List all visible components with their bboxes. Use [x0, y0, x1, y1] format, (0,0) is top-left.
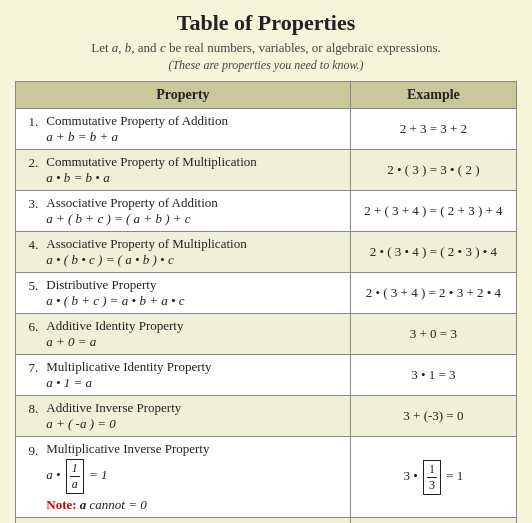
table-row: 1. Commutative Property of Addition a + …	[16, 109, 517, 150]
property-formula: a + 0 = a	[46, 334, 344, 350]
property-formula: a • 1 = a	[46, 375, 344, 391]
example-fraction-denominator: 3	[427, 478, 437, 493]
row-number: 7.	[16, 355, 41, 396]
property-cell: Additive Identity Property a + 0 = a	[40, 314, 350, 355]
note: (These are properties you need to know.)	[15, 58, 517, 73]
property-cell: Associative Property of Multiplication a…	[40, 232, 350, 273]
row-number: 9.	[16, 437, 41, 518]
example-cell: 2 • ( 3 • 4 ) = ( 2 • 3 ) • 4	[350, 232, 516, 273]
property-name: Additive Identity Property	[46, 318, 344, 334]
property-cell: Multiplicative Identity Property a • 1 =…	[40, 355, 350, 396]
example-cell: 2 + ( 3 + 4 ) = ( 2 + 3 ) + 4	[350, 191, 516, 232]
table-row: 4. Associative Property of Multiplicatio…	[16, 232, 517, 273]
example-cell: 2 • ( 3 ) = 3 • ( 2 )	[350, 150, 516, 191]
property-name: Commutative Property of Multiplication	[46, 154, 344, 170]
fraction-denominator: a	[70, 477, 80, 492]
row-number: 4.	[16, 232, 41, 273]
property-cell: Additive Inverse Property a + ( -a ) = 0	[40, 396, 350, 437]
row-number: 8.	[16, 396, 41, 437]
row-number: 10.	[16, 518, 41, 524]
property-formula: a + ( -a ) = 0	[46, 416, 344, 432]
property-formula: a • b = b • a	[46, 170, 344, 186]
property-cell: Associative Property of Addition a + ( b…	[40, 191, 350, 232]
row-number: 2.	[16, 150, 41, 191]
property-cell: Zero Property a • 0 = 0	[40, 518, 350, 524]
property-name: Commutative Property of Addition	[46, 113, 344, 129]
example-cell: 3 + 0 = 3	[350, 314, 516, 355]
property-formula: a + ( b + c ) = ( a + b ) + c	[46, 211, 344, 227]
example-cell: 2 + 3 = 3 + 2	[350, 109, 516, 150]
example-cell: 3 • 1 3 = 1	[350, 437, 516, 518]
table-row: 8. Additive Inverse Property a + ( -a ) …	[16, 396, 517, 437]
row-number: 5.	[16, 273, 41, 314]
table-row: 2. Commutative Property of Multiplicatio…	[16, 150, 517, 191]
property-header: Property	[16, 82, 351, 109]
property-cell: Commutative Property of Addition a + b =…	[40, 109, 350, 150]
example-fraction-numerator: 1	[427, 462, 437, 478]
example-cell: 3 • 1 = 3	[350, 355, 516, 396]
subtitle: Let a, b, and c be real numbers, variabl…	[15, 40, 517, 56]
table-row: 3. Associative Property of Addition a + …	[16, 191, 517, 232]
example-cell: 3 + (-3) = 0	[350, 396, 516, 437]
row-number: 1.	[16, 109, 41, 150]
note-text: a cannot = 0	[80, 497, 147, 512]
property-name: Associative Property of Addition	[46, 195, 344, 211]
property-formula: a • 1 a = 1	[46, 459, 344, 494]
property-cell: Distributive Property a • ( b + c ) = a …	[40, 273, 350, 314]
property-name: Additive Inverse Property	[46, 400, 344, 416]
row-number: 6.	[16, 314, 41, 355]
table-row: 7. Multiplicative Identity Property a • …	[16, 355, 517, 396]
property-cell: Multiplicative Inverse Property a • 1 a …	[40, 437, 350, 518]
example-cell: 5 • 0 = 0	[350, 518, 516, 524]
property-formula: a • ( b + c ) = a • b + a • c	[46, 293, 344, 309]
table-row: 5. Distributive Property a • ( b + c ) =…	[16, 273, 517, 314]
property-formula: a + b = b + a	[46, 129, 344, 145]
property-cell: Commutative Property of Multiplication a…	[40, 150, 350, 191]
property-name: Multiplicative Identity Property	[46, 359, 344, 375]
property-name: Distributive Property	[46, 277, 344, 293]
table-row: 6. Additive Identity Property a + 0 = a …	[16, 314, 517, 355]
note-label: Note:	[46, 497, 76, 512]
property-name: Associative Property of Multiplication	[46, 236, 344, 252]
page-title: Table of Properties	[15, 10, 517, 36]
example-cell: 2 • ( 3 + 4 ) = 2 • 3 + 2 • 4	[350, 273, 516, 314]
property-name: Multiplicative Inverse Property	[46, 441, 344, 457]
table-row: 9. Multiplicative Inverse Property a • 1…	[16, 437, 517, 518]
fraction-numerator: 1	[70, 461, 80, 477]
property-formula: a • ( b • c ) = ( a • b ) • c	[46, 252, 344, 268]
properties-table: Property Example 1. Commutative Property…	[15, 81, 517, 523]
row-number: 3.	[16, 191, 41, 232]
example-header: Example	[350, 82, 516, 109]
table-row: 10. Zero Property a • 0 = 0 5 • 0 = 0	[16, 518, 517, 524]
